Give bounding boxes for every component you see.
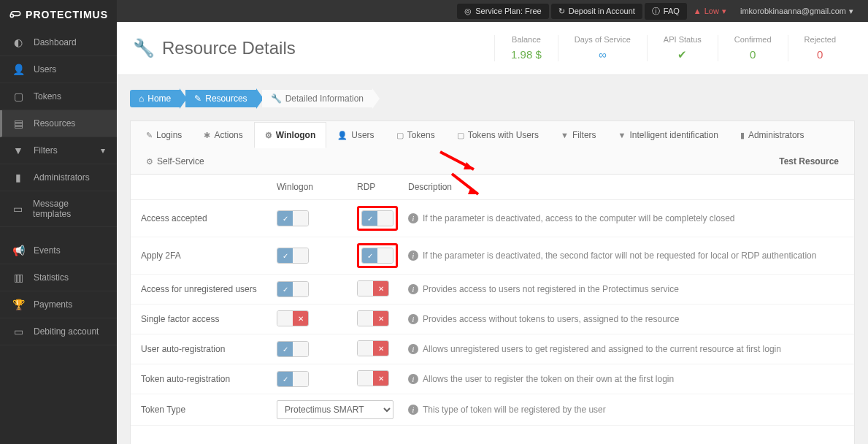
info-icon: ⓘ bbox=[652, 6, 660, 17]
page-header: 🔧 Resource Details Balance1.98 $Days of … bbox=[117, 22, 868, 75]
info-icon: i bbox=[408, 344, 418, 354]
toggle[interactable]: ✕ bbox=[357, 340, 389, 356]
tab-logins[interactable]: ✎Logins bbox=[135, 122, 193, 148]
bars-icon: ▮ bbox=[12, 172, 25, 183]
toggle[interactable]: ✕ bbox=[357, 310, 389, 326]
toggle[interactable]: ✕ bbox=[357, 280, 389, 296]
sidebar-item-label: Tokens bbox=[34, 91, 61, 102]
sidebar-item-dashboard[interactable]: ◐Dashboard bbox=[0, 29, 117, 56]
bullhorn-icon: 📢 bbox=[12, 245, 25, 256]
setting-row: Single factor access ✕ ✕ iProvides acces… bbox=[131, 305, 854, 334]
filter-icon: ▼ bbox=[12, 145, 25, 156]
sidebar-item-label: Statistics bbox=[34, 272, 69, 283]
svg-point-0 bbox=[10, 14, 13, 17]
toggle[interactable]: ✓ bbox=[277, 248, 309, 264]
sidebar-item-label: Administrators bbox=[34, 172, 90, 183]
kpi-rejected: Rejected0 bbox=[788, 35, 852, 61]
winlogon-panel: ✎Logins✱Actions⚙Winlogon👤Users▢Tokens▢To… bbox=[130, 120, 855, 444]
refresh-icon: ↻ bbox=[558, 7, 565, 16]
setting-row: Token auto-registration ✓ ✕ iAllows the … bbox=[131, 364, 854, 394]
kpi-days-of-service: Days of Service∞ bbox=[558, 35, 647, 61]
setting-row: Access for unregistered users ✓ ✕ iProvi… bbox=[131, 275, 854, 305]
info-icon: i bbox=[408, 314, 418, 324]
deposit-button[interactable]: ↻Deposit in Account bbox=[551, 4, 642, 19]
info-icon: i bbox=[408, 213, 418, 223]
info-icon: i bbox=[408, 250, 418, 261]
topbar: ◎Service Plan: Free ↻Deposit in Account … bbox=[117, 0, 868, 22]
tachometer-icon: ◐ bbox=[12, 37, 25, 48]
tab-icon: 👤 bbox=[337, 131, 347, 140]
toggle[interactable]: ✓ bbox=[361, 210, 393, 226]
sidebar-item-administrators[interactable]: ▮Administrators bbox=[0, 164, 117, 191]
toggle[interactable]: ✓ bbox=[277, 281, 309, 297]
toggle[interactable]: ✕ bbox=[357, 370, 389, 386]
sidebar-item-label: Resources bbox=[34, 118, 75, 129]
sidebar-item-message-templates[interactable]: ▭Message templates bbox=[0, 191, 117, 227]
tablet-icon: ▢ bbox=[12, 91, 25, 102]
setting-row: Apply 2FA ✓ ✓ iIf the parameter is deact… bbox=[131, 237, 854, 275]
token-type-select[interactable]: Protectimus SMART bbox=[277, 400, 393, 419]
breadcrumb-resources[interactable]: ✎Resources bbox=[185, 90, 256, 107]
trophy-icon: 🏆 bbox=[12, 299, 25, 310]
toggle[interactable]: ✓ bbox=[277, 341, 309, 357]
home-icon: ⌂ bbox=[139, 93, 144, 104]
token-type-row: Token Type Protectimus SMART iThis type … bbox=[131, 394, 854, 426]
sidebar-item-resources[interactable]: ▤Resources bbox=[0, 110, 117, 137]
logo-icon bbox=[9, 7, 21, 22]
tab-tokens[interactable]: ▢Tokens bbox=[385, 122, 446, 148]
sidebar-item-debiting-account[interactable]: ▭Debiting account bbox=[0, 318, 117, 345]
sidebar-item-payments[interactable]: 🏆Payments bbox=[0, 291, 117, 318]
service-icon: ◎ bbox=[464, 7, 472, 16]
tab-icon: ▢ bbox=[457, 131, 464, 140]
tab-icon: ▼ bbox=[561, 131, 569, 139]
sidebar-item-label: Debiting account bbox=[34, 326, 99, 337]
chevron-down-icon: ▾ bbox=[722, 7, 726, 16]
kpi-bar: Balance1.98 $Days of Service∞API Status✔… bbox=[494, 35, 852, 61]
sidebar-item-tokens[interactable]: ▢Tokens bbox=[0, 83, 117, 110]
tab-filters[interactable]: ▼Filters bbox=[550, 122, 607, 148]
tab-administrators[interactable]: ▮Administrators bbox=[729, 122, 815, 148]
sidebar-item-label: Payments bbox=[34, 299, 72, 310]
doc-icon: ▭ bbox=[12, 203, 24, 215]
wrench-icon: 🔧 bbox=[133, 38, 155, 58]
sidebar-item-users[interactable]: 👤Users bbox=[0, 56, 117, 83]
tab-icon: ▢ bbox=[396, 131, 404, 140]
sidebar-item-events[interactable]: 📢Events bbox=[0, 237, 117, 264]
tab-actions[interactable]: ✱Actions bbox=[193, 122, 253, 148]
faq-button[interactable]: ⓘFAQ bbox=[645, 3, 687, 20]
test-resource-link[interactable]: Test Resource bbox=[768, 148, 850, 175]
setting-row: Access accepted ✓ ✓ iIf the parameter is… bbox=[131, 200, 854, 237]
tab-self-service[interactable]: ⚙Self-Service bbox=[135, 148, 215, 175]
tab-icon: ▮ bbox=[740, 131, 745, 140]
chart-icon: ▥ bbox=[12, 272, 25, 283]
toggle[interactable]: ✓ bbox=[277, 210, 309, 226]
toggle[interactable]: ✕ bbox=[277, 310, 309, 326]
tab-intelligent-identification[interactable]: ▼Intelligent identification bbox=[607, 122, 729, 148]
tab-tokens-with-users[interactable]: ▢Tokens with Users bbox=[446, 122, 550, 148]
sidebar-item-label: Events bbox=[34, 245, 61, 256]
tab-winlogon[interactable]: ⚙Winlogon bbox=[254, 122, 327, 148]
setting-row: User auto-registration ✓ ✕ iAllows unreg… bbox=[131, 334, 854, 364]
kpi-balance: Balance1.98 $ bbox=[494, 35, 558, 61]
service-plan-button[interactable]: ◎Service Plan: Free bbox=[457, 4, 548, 19]
tab-icon: ✎ bbox=[146, 131, 153, 140]
tab-users[interactable]: 👤Users bbox=[326, 122, 385, 148]
chevron-down-icon: ▾ bbox=[849, 7, 853, 16]
account-menu[interactable]: imkorobkinaanna@gmail.com▾ bbox=[733, 7, 861, 16]
breadcrumb-current: 🔧Detailed Information bbox=[262, 90, 372, 107]
sidebar-item-label: Users bbox=[34, 64, 56, 74]
edit-icon: ✎ bbox=[194, 93, 201, 104]
info-icon: i bbox=[408, 374, 418, 384]
toggle[interactable]: ✓ bbox=[277, 371, 309, 387]
info-icon: i bbox=[408, 405, 418, 415]
col-description: Description bbox=[408, 182, 844, 192]
sidebar-item-filters[interactable]: ▼Filters▾ bbox=[0, 137, 117, 164]
sidebar-item-statistics[interactable]: ▥Statistics bbox=[0, 264, 117, 291]
toggle[interactable]: ✓ bbox=[361, 248, 393, 264]
col-winlogon: Winlogon bbox=[277, 182, 357, 192]
security-level-link[interactable]: ▲Low▾ bbox=[689, 7, 731, 16]
wrench-icon: 🔧 bbox=[271, 93, 282, 104]
breadcrumb-home[interactable]: ⌂Home bbox=[130, 90, 180, 107]
tab-icon: ⚙ bbox=[265, 131, 272, 140]
brand-logo: PROTECTIMUS bbox=[0, 0, 117, 29]
